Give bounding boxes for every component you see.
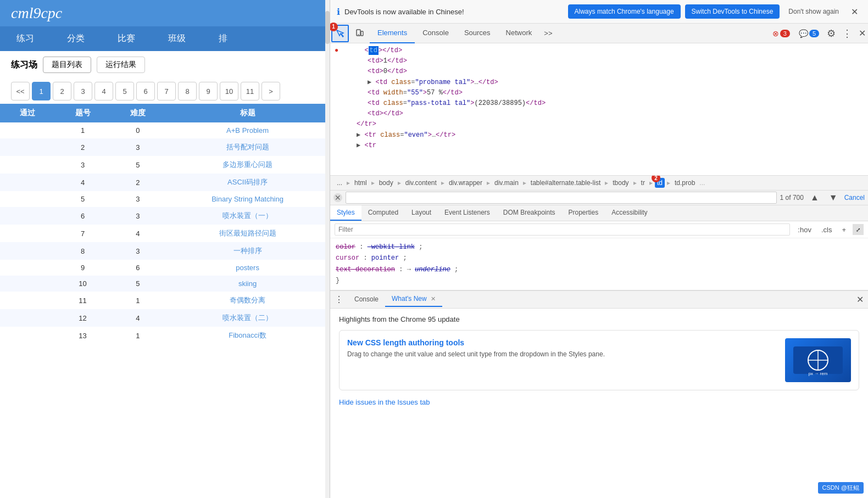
breadcrumb-html[interactable]: html xyxy=(352,178,369,188)
cell-title[interactable]: skiing xyxy=(165,276,330,292)
cell-title[interactable]: 多边形重心问题 xyxy=(165,156,330,174)
find-close-icon[interactable]: ✕ xyxy=(333,193,342,202)
expand-tr-even[interactable]: ▶ xyxy=(357,131,360,139)
cell-title[interactable]: 一种排序 xyxy=(165,242,330,260)
whats-new-close-icon[interactable]: ✕ xyxy=(431,295,436,302)
bottom-tab-whats-new[interactable]: What's New ✕ xyxy=(385,292,442,307)
cell-title[interactable]: 括号配对问题 xyxy=(165,138,330,156)
add-style-button[interactable]: + xyxy=(838,225,849,235)
dont-show-again-button[interactable]: Don't show again xyxy=(784,4,843,19)
cell-title[interactable]: 喷水装置（一） xyxy=(165,207,330,225)
cell-title[interactable]: 奇偶数分离 xyxy=(165,292,330,309)
expand-td-probname[interactable]: ▶ xyxy=(368,79,371,86)
dom-highlighted-td[interactable]: <td></td> xyxy=(364,47,402,54)
devtools-toolbar: 1 Elements Console Sources xyxy=(330,24,868,43)
bottom-panel-close-button[interactable]: ✕ xyxy=(852,292,868,307)
switch-chinese-button[interactable]: Switch DevTools to Chinese xyxy=(685,4,780,19)
hov-filter-button[interactable]: :hov xyxy=(794,225,815,235)
nav-practice[interactable]: 练习 xyxy=(0,26,51,51)
breadcrumb-td[interactable]: td 2 xyxy=(655,178,665,188)
bottom-menu-icon[interactable]: ⋮ xyxy=(330,291,348,308)
more-options-button[interactable]: ⋮ xyxy=(840,27,854,40)
tab-event-listeners[interactable]: Event Listeners xyxy=(438,205,497,221)
page-8[interactable]: 8 xyxy=(178,82,197,100)
breadcrumb-ellipsis[interactable]: ... xyxy=(335,178,344,188)
breadcrumb-div-main[interactable]: div.main xyxy=(492,178,521,188)
tab-properties[interactable]: Properties xyxy=(562,205,605,221)
page-10[interactable]: 10 xyxy=(220,82,238,100)
find-cancel-button[interactable]: Cancel xyxy=(844,194,865,202)
page-7[interactable]: 7 xyxy=(157,82,176,100)
nav-class[interactable]: 班级 xyxy=(152,26,202,51)
match-language-button[interactable]: Always match Chrome's language xyxy=(568,4,681,19)
tab-layout[interactable]: Layout xyxy=(405,205,438,221)
more-tabs-button[interactable]: >> xyxy=(539,29,557,37)
breadcrumb-body[interactable]: body xyxy=(377,178,396,188)
breadcrumb-div-content[interactable]: div.content xyxy=(403,178,439,188)
tab-console[interactable]: Console xyxy=(415,24,457,43)
tab-accessibility[interactable]: Accessibility xyxy=(605,205,654,221)
webpage-header: cml9cpc xyxy=(0,0,330,26)
whats-new-card-1-title[interactable]: New CSS length authoring tools xyxy=(347,338,778,347)
tab-run-result[interactable]: 运行结果 xyxy=(97,57,145,73)
inspect-element-button[interactable]: 1 xyxy=(331,25,349,42)
whats-new-card-1-image: px → rem xyxy=(785,338,851,382)
cell-id: 1 xyxy=(55,122,110,138)
tab-network[interactable]: Network xyxy=(498,24,540,43)
nav-contest[interactable]: 比赛 xyxy=(101,26,152,51)
page-5[interactable]: 5 xyxy=(115,82,134,100)
breadcrumb-tbody[interactable]: tbody xyxy=(610,178,631,188)
svg-text:px → rem: px → rem xyxy=(809,371,828,376)
cell-title[interactable]: 喷水装置（二） xyxy=(165,309,330,327)
page-4[interactable]: 4 xyxy=(94,82,113,100)
nav-rank[interactable]: 排 xyxy=(202,26,244,51)
page-next[interactable]: > xyxy=(261,82,280,100)
expand-styles-button[interactable]: ⤢ xyxy=(853,224,864,235)
page-prev[interactable]: << xyxy=(11,82,30,100)
breadcrumb-tr[interactable]: tr xyxy=(639,178,647,188)
cell-title[interactable]: A+B Problem xyxy=(165,122,330,138)
page-2[interactable]: 2 xyxy=(53,82,71,100)
page-1[interactable]: 1 xyxy=(32,82,51,100)
find-prev-button[interactable]: ▲ xyxy=(807,192,822,204)
table-row: 3 5 多边形重心问题 xyxy=(0,156,330,174)
page-scrollbar[interactable] xyxy=(325,0,330,498)
page-11[interactable]: 11 xyxy=(241,82,259,100)
cell-id: 11 xyxy=(55,292,110,309)
breadcrumb-table[interactable]: table#alternate.table-list xyxy=(528,178,603,188)
notification-close-icon[interactable]: ✕ xyxy=(848,7,861,17)
expand-tr[interactable]: ▶ xyxy=(357,142,360,149)
cell-title[interactable]: 街区最短路径问题 xyxy=(165,225,330,242)
page-3[interactable]: 3 xyxy=(74,82,92,100)
nav-category[interactable]: 分类 xyxy=(51,26,101,51)
close-devtools-button[interactable]: ✕ xyxy=(856,28,868,38)
cell-title[interactable]: ASCII码排序 xyxy=(165,174,330,191)
cell-diff: 0 xyxy=(110,122,165,138)
breadcrumb-div-wrapper[interactable]: div.wrapper xyxy=(447,178,485,188)
tab-dom-breakpoints[interactable]: DOM Breakpoints xyxy=(497,205,562,221)
tab-styles[interactable]: Styles xyxy=(330,205,361,221)
scrollbar-thumb[interactable] xyxy=(325,11,330,44)
bottom-tab-console[interactable]: Console xyxy=(348,292,385,306)
tab-computed[interactable]: Computed xyxy=(361,205,405,221)
cell-title[interactable]: posters xyxy=(165,260,330,276)
device-toolbar-button[interactable] xyxy=(351,25,369,42)
cell-title[interactable]: Fibonacci数 xyxy=(165,327,330,344)
page-6[interactable]: 6 xyxy=(136,82,155,100)
cell-diff: 4 xyxy=(110,225,165,242)
whats-new-card-2-title[interactable]: Hide issues in the Issues tab xyxy=(339,398,859,406)
page-9[interactable]: 9 xyxy=(199,82,218,100)
tab-problem-list[interactable]: 题目列表 xyxy=(43,57,91,73)
find-next-button[interactable]: ▼ xyxy=(826,192,841,204)
cls-filter-button[interactable]: .cls xyxy=(818,225,836,235)
table-row: 2 3 括号配对问题 xyxy=(0,138,330,156)
filter-options: :hov .cls + ⤢ xyxy=(794,224,864,235)
settings-button[interactable]: ⚙ xyxy=(825,27,838,40)
whats-new-card-1-text: New CSS length authoring tools Drag to c… xyxy=(347,338,778,358)
find-input[interactable] xyxy=(346,192,777,204)
tab-sources[interactable]: Sources xyxy=(457,24,498,43)
breadcrumb-td-prob[interactable]: td.prob xyxy=(672,178,697,188)
cell-title[interactable]: Binary String Matching xyxy=(165,191,330,207)
tab-elements[interactable]: Elements xyxy=(370,24,415,43)
styles-filter-input[interactable] xyxy=(335,223,790,236)
